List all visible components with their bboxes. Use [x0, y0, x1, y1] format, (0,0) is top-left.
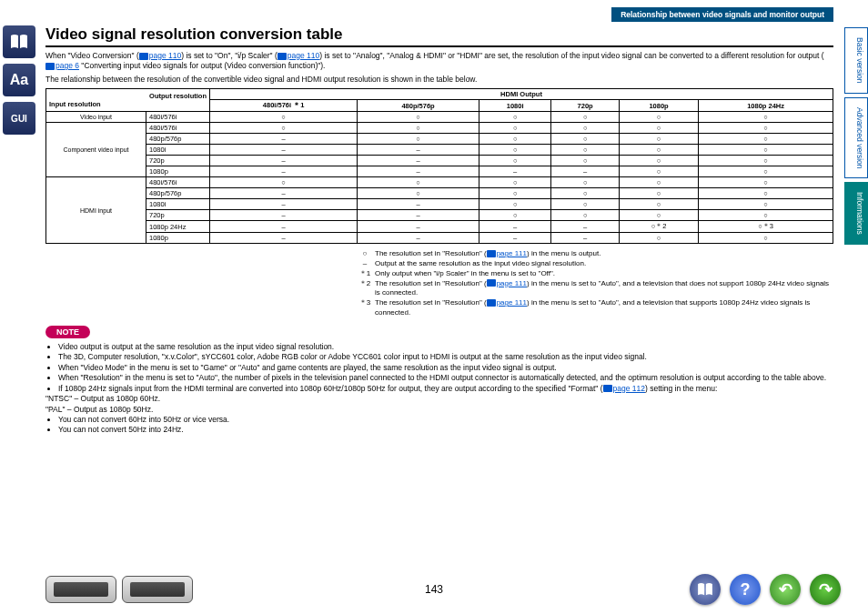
col-header: 720p — [551, 100, 619, 112]
compat-cell: ○ — [619, 188, 698, 199]
compat-cell: ○ — [358, 112, 479, 123]
compat-cell: ○ — [479, 199, 551, 210]
aa-nav-icon[interactable]: Aa — [3, 64, 35, 96]
legend-link[interactable]: page 111 — [497, 249, 527, 257]
col-header: 1080p — [619, 100, 698, 112]
link-page110-1[interactable]: page 110 — [149, 51, 181, 60]
compat-cell: ○ — [619, 134, 698, 145]
legend-link[interactable]: page 111 — [497, 298, 527, 307]
compat-cell: ○ — [699, 199, 833, 210]
link-page6[interactable]: page 6 — [56, 61, 79, 70]
output-res-label: Output resolution — [49, 92, 207, 100]
note-item: The 3D, Computer resolution, "x.v.Color"… — [58, 352, 833, 362]
compat-cell: – — [210, 156, 358, 166]
help-button[interactable]: ? — [730, 574, 761, 605]
compat-cell: ○ — [699, 112, 833, 123]
legend-symbol: ＊1 — [355, 269, 375, 279]
compat-cell: ○ — [619, 199, 698, 210]
legend-link[interactable]: page 111 — [497, 279, 527, 287]
legend-symbol: ○ — [355, 249, 375, 259]
legend-row: ＊1Only output when "i/p Scaler" in the m… — [355, 269, 833, 279]
page-ref-icon — [278, 53, 287, 60]
table-row: 1080p 24Hz––––○＊2○＊3 — [46, 221, 833, 233]
note-item: When "Video Mode" in the menu is set to … — [58, 363, 833, 373]
device-front-button[interactable] — [45, 576, 116, 603]
compat-cell: ○ — [699, 233, 833, 244]
compat-cell: – — [479, 221, 551, 233]
compat-cell: ○ — [358, 134, 479, 145]
compat-cell: ○ — [551, 188, 619, 199]
link-page112[interactable]: page 112 — [613, 384, 645, 393]
tab-informations[interactable]: Informations — [844, 182, 868, 245]
input-group-label: HDMI input — [46, 177, 146, 244]
compat-cell: ○ — [699, 188, 833, 199]
note-item: Video output is output at the same resol… — [58, 342, 833, 352]
note-item: When "Resolution" in the menu is set to … — [58, 373, 833, 383]
compat-cell: – — [479, 233, 551, 244]
page-ref-icon — [45, 63, 55, 70]
back-button[interactable]: ↶ — [770, 574, 801, 605]
col-header: 480i/576i ＊1 — [210, 100, 358, 112]
compat-cell: – — [210, 166, 358, 177]
compat-cell: ○ — [551, 134, 619, 145]
compat-cell: – — [358, 166, 479, 177]
compat-cell: ○＊2 — [619, 221, 698, 233]
compat-cell: – — [551, 233, 619, 244]
compat-cell: ○ — [358, 188, 479, 199]
page-number: 143 — [425, 583, 443, 596]
compat-cell: ○ — [619, 166, 698, 177]
table-row: Component video input480i/576i○○○○○○ — [46, 123, 833, 134]
compat-cell: ○＊3 — [699, 221, 833, 233]
note-item: If 1080p 24Hz signals input from the HDM… — [58, 384, 833, 394]
compat-cell: ○ — [479, 145, 551, 156]
compat-cell: ○ — [210, 177, 358, 188]
tab-advanced[interactable]: Advanced version — [844, 97, 868, 179]
compat-cell: ○ — [479, 134, 551, 145]
compat-cell: ○ — [619, 145, 698, 156]
conversion-table: Output resolution Input resolution HDMI … — [45, 88, 833, 244]
section-badge: Relationship between video signals and m… — [611, 7, 833, 22]
notes-list: Video output is output at the same resol… — [45, 342, 833, 394]
compat-cell: ○ — [479, 123, 551, 134]
compat-cell: ○ — [210, 123, 358, 134]
compat-cell: – — [479, 166, 551, 177]
tab-basic[interactable]: Basic version — [844, 27, 868, 94]
table-row: 720p––○○○○ — [46, 156, 833, 166]
note-item: You can not convert 50Hz into 24Hz. — [58, 425, 833, 435]
compat-cell: ○ — [699, 210, 833, 221]
footer: 143 ? ↶ ↷ — [0, 574, 868, 605]
input-resolution-cell: 720p — [146, 210, 210, 221]
link-page110-2[interactable]: page 110 — [288, 51, 319, 60]
legend-text: The resolution set in "Resolution" (page… — [375, 279, 833, 299]
legend-text: The resolution set in "Resolution" (page… — [375, 249, 601, 259]
device-rear-button[interactable] — [122, 576, 193, 603]
col-header: 480p/576p — [358, 100, 479, 112]
compat-cell: ○ — [479, 156, 551, 166]
compat-cell: ○ — [551, 145, 619, 156]
compat-cell: ○ — [479, 210, 551, 221]
compat-cell: – — [210, 210, 358, 221]
table-legend: ○The resolution set in "Resolution" (pag… — [355, 249, 833, 318]
notes-list-2: You can not convert 60Hz into 50Hz or vi… — [45, 415, 833, 436]
page-ref-icon — [487, 299, 496, 307]
compat-cell: ○ — [699, 145, 833, 156]
gui-nav-icon[interactable]: GUI — [3, 102, 35, 135]
compat-cell: – — [358, 221, 479, 233]
page-title: Video signal resolution conversion table — [45, 25, 833, 47]
table-row: 720p––○○○○ — [46, 210, 833, 221]
legend-row: ○The resolution set in "Resolution" (pag… — [355, 249, 833, 259]
note-sub: "PAL" – Output as 1080p 50Hz. — [45, 405, 833, 415]
legend-row: ＊2The resolution set in "Resolution" (pa… — [355, 279, 833, 299]
compat-cell: – — [210, 188, 358, 199]
main-content: Relationship between video signals and m… — [38, 0, 844, 614]
compat-cell: ○ — [551, 199, 619, 210]
hdmi-output-header: HDMI Output — [210, 89, 833, 100]
compat-cell: – — [358, 233, 479, 244]
compat-cell: ○ — [551, 123, 619, 134]
note-sub: "NTSC" – Output as 1080p 60Hz. — [45, 394, 833, 404]
contents-button[interactable] — [690, 574, 721, 605]
forward-button[interactable]: ↷ — [810, 574, 841, 605]
compat-cell: ○ — [619, 177, 698, 188]
book-nav-icon[interactable] — [3, 25, 35, 58]
input-resolution-cell: 1080p — [146, 233, 210, 244]
